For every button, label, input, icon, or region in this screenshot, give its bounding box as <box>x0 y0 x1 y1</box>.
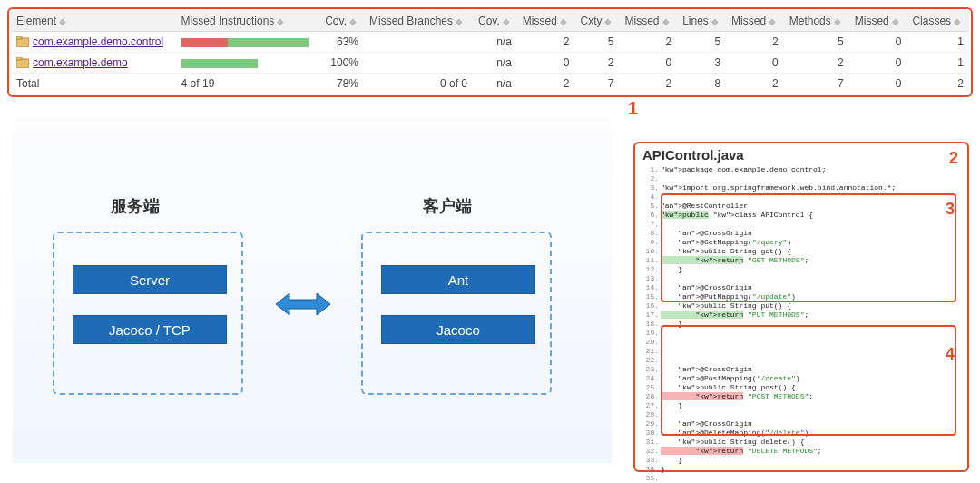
cov-header[interactable]: Cov.◆ <box>473 11 517 32</box>
client-jacoco-label: Jacoco <box>381 315 535 344</box>
sort-icon: ◆ <box>604 16 612 26</box>
sort-icon: ◆ <box>954 16 961 26</box>
annotation-1: 1 <box>628 98 638 119</box>
covered-block-outline <box>661 193 956 302</box>
table-total-row: Total4 of 1978%0 of 0n/a27282702 <box>11 74 969 94</box>
sort-icon: ◆ <box>892 16 899 26</box>
cov-header[interactable]: Missed◆ <box>726 11 784 32</box>
server-title: 服务端 <box>111 195 160 217</box>
client-box: Ant Jacoco <box>361 232 552 395</box>
sort-icon: ◆ <box>456 16 463 26</box>
table-row: com.example.demo100%n/a02030201 <box>11 53 969 74</box>
server-jacoco-label: Jacoco / TCP <box>73 315 227 344</box>
sort-icon: ◆ <box>662 16 670 26</box>
code-gutter: 1.2.3.4.5.6.7.8.9.10.11.12.13.14.15.16.1… <box>639 165 659 467</box>
sort-icon: ◆ <box>59 16 66 26</box>
client-title: 客户端 <box>423 195 472 217</box>
coverage-bar <box>181 59 309 68</box>
server-box: Server Jacoco / TCP <box>53 232 243 395</box>
sort-icon: ◆ <box>834 16 841 26</box>
svg-rect-3 <box>16 57 22 60</box>
uncovered-block-outline <box>661 325 956 436</box>
cov-header[interactable]: Classes◆ <box>906 11 969 32</box>
package-link[interactable]: com.example.demo.control <box>33 35 163 48</box>
cov-header[interactable]: Missed Branches◆ <box>364 11 473 32</box>
sort-icon: ◆ <box>503 16 510 26</box>
sort-icon: ◆ <box>560 16 567 26</box>
cov-header[interactable]: Cov.◆ <box>319 11 364 32</box>
annotation-3: 3 <box>946 200 955 219</box>
cov-header[interactable]: Missed◆ <box>517 11 575 32</box>
package-icon <box>16 36 29 47</box>
package-icon <box>16 57 29 68</box>
cov-header[interactable]: Missed◆ <box>849 11 907 32</box>
architecture-diagram: 服务端 客户端 Server Jacoco / TCP Ant Jacoco <box>13 118 612 463</box>
annotation-4: 4 <box>946 345 955 364</box>
code-title: APIControl.java <box>635 143 967 164</box>
coverage-table: Element◆Missed Instructions◆Cov.◆Missed … <box>11 11 969 94</box>
svg-rect-1 <box>16 36 22 39</box>
server-process-label: Server <box>73 265 227 294</box>
cov-header[interactable]: Missed Instructions◆ <box>176 11 320 32</box>
cov-header[interactable]: Lines◆ <box>677 11 726 32</box>
sort-icon: ◆ <box>277 16 284 26</box>
table-row: com.example.demo.control63%n/a25252501 <box>11 32 969 53</box>
sort-icon: ◆ <box>711 16 719 26</box>
sort-icon: ◆ <box>349 16 357 26</box>
client-ant-label: Ant <box>381 265 535 294</box>
coverage-bar <box>181 38 309 47</box>
coverage-table-wrap: Element◆Missed Instructions◆Cov.◆Missed … <box>7 7 973 97</box>
cov-header[interactable]: Methods◆ <box>784 11 849 32</box>
cov-header[interactable]: Element◆ <box>11 11 176 32</box>
sort-icon: ◆ <box>769 16 776 26</box>
package-link[interactable]: com.example.demo <box>33 56 128 69</box>
bidirectional-arrow-icon <box>276 291 330 318</box>
code-panel: APIControl.java 2 1.2.3.4.5.6.7.8.9.10.1… <box>633 142 969 472</box>
cov-header[interactable]: Missed◆ <box>620 11 678 32</box>
cov-header[interactable]: Cxty◆ <box>574 11 619 32</box>
